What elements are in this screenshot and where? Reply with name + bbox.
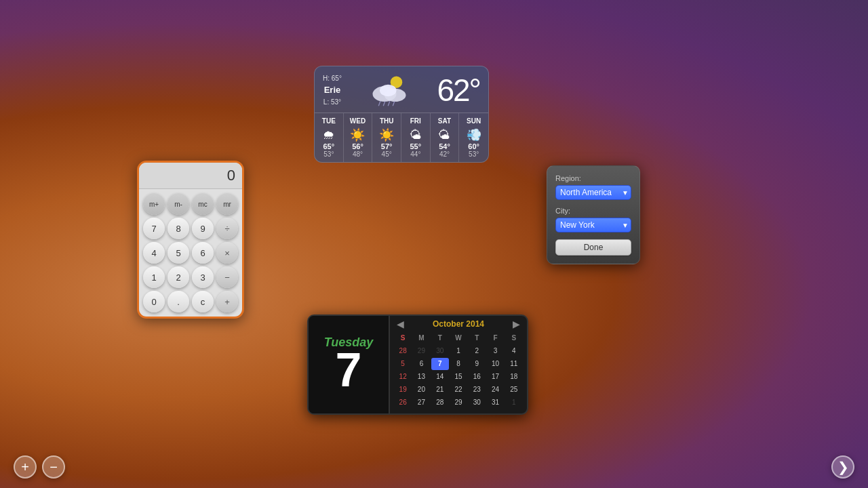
- svg-point-3: [380, 85, 397, 97]
- weather-low: L: 53°: [323, 97, 342, 107]
- weather-high: H: 65°: [323, 73, 342, 83]
- calc-btn-mr[interactable]: mr: [216, 193, 238, 215]
- forecast-day-tue: TUE 🌧 65° 53°: [315, 113, 344, 162]
- cal-cell: 17: [486, 371, 504, 383]
- region-select[interactable]: North America Europe Asia: [555, 185, 631, 200]
- add-widget-button[interactable]: +: [14, 455, 37, 479]
- calc-btn-8[interactable]: 8: [167, 218, 189, 239]
- weather-temperature: 62°: [437, 72, 480, 108]
- calc-btn-5[interactable]: 5: [167, 242, 189, 264]
- cal-header-thu: T: [468, 332, 486, 344]
- calculator-widget: 0 m+ m- mc mr 7 8 9 ÷ 4 5 6 × 1 2 3 − 0 …: [137, 161, 244, 319]
- cal-cell: 11: [505, 358, 523, 370]
- cal-cell: 19: [394, 384, 412, 396]
- calendar-widget: Tuesday 7 ◀ October 2014 ▶ S M T W T F S…: [307, 314, 528, 415]
- calculator-buttons: m+ m- mc mr 7 8 9 ÷ 4 5 6 × 1 2 3 − 0 . …: [139, 189, 242, 317]
- location-picker: Region: North America Europe Asia ▼ City…: [547, 165, 640, 264]
- cal-cell: 28: [431, 396, 449, 409]
- cal-cell: 29: [450, 396, 467, 409]
- calc-btn-1[interactable]: 1: [143, 266, 165, 288]
- cal-cell: 25: [505, 384, 523, 396]
- calculator-display: 0: [139, 163, 242, 189]
- calc-btn-m-plus[interactable]: m+: [143, 193, 165, 215]
- forecast-day-fri: FRI 🌤 55° 44°: [401, 113, 431, 162]
- cal-header-tue: T: [431, 332, 449, 344]
- cal-cell: 31: [486, 396, 504, 409]
- calc-btn-subtract[interactable]: −: [216, 266, 238, 288]
- cal-cell: 27: [412, 396, 430, 409]
- remove-widget-button[interactable]: −: [42, 455, 65, 479]
- cal-cell: 22: [450, 384, 467, 396]
- done-button[interactable]: Done: [555, 239, 631, 256]
- calendar-prev-button[interactable]: ◀: [394, 319, 407, 329]
- calendar-month-label: October 2014: [433, 319, 484, 329]
- cal-cell: 16: [468, 371, 486, 383]
- cal-cell: 23: [468, 384, 486, 396]
- cal-header-wed: W: [450, 332, 467, 344]
- calendar-day-number: 7: [336, 346, 362, 394]
- cal-header-sat: S: [505, 332, 523, 344]
- cal-cell: 1: [505, 396, 523, 409]
- cal-cell: 8: [450, 358, 467, 370]
- weather-forecast: TUE 🌧 65° 53° WED ☀️ 56° 48° THU ☀️ 57° …: [315, 113, 488, 162]
- forecast-day-thu: THU ☀️ 57° 45°: [372, 113, 401, 162]
- cal-cell: 20: [412, 384, 430, 396]
- cal-cell: 15: [450, 371, 467, 383]
- svg-line-6: [388, 101, 390, 106]
- calc-btn-m-minus[interactable]: m-: [167, 193, 189, 215]
- svg-line-4: [378, 101, 380, 106]
- cal-cell: 5: [394, 358, 412, 370]
- cal-cell: 12: [394, 371, 412, 383]
- next-button[interactable]: ❯: [831, 455, 854, 479]
- calendar-next-button[interactable]: ▶: [510, 319, 523, 329]
- svg-line-7: [393, 101, 395, 106]
- cal-cell: 29: [412, 345, 430, 357]
- region-label: Region:: [555, 174, 631, 182]
- cal-cell: 30: [468, 396, 486, 409]
- calc-btn-multiply[interactable]: ×: [216, 242, 238, 264]
- forecast-day-sat: SAT 🌤 54° 42°: [431, 113, 460, 162]
- calendar-days-grid: S M T W T F S 28 29 30 1 2 3 4 5 6 7 8 9…: [394, 332, 523, 409]
- weather-info: H: 65° Erie L: 53°: [323, 73, 342, 107]
- cal-cell: 6: [412, 358, 430, 370]
- calc-btn-0[interactable]: 0: [143, 291, 165, 312]
- cal-header-fri: F: [486, 332, 504, 344]
- calc-btn-7[interactable]: 7: [143, 218, 165, 239]
- cal-cell: 30: [431, 345, 449, 357]
- cal-cell: 28: [394, 345, 412, 357]
- cal-cell: 3: [486, 345, 504, 357]
- calc-btn-6[interactable]: 6: [192, 242, 214, 264]
- calendar-today: Tuesday 7: [309, 316, 390, 413]
- svg-line-5: [383, 101, 385, 106]
- cal-cell: 4: [505, 345, 523, 357]
- calc-btn-decimal[interactable]: .: [167, 291, 189, 312]
- cal-cell: 14: [431, 371, 449, 383]
- calc-btn-2[interactable]: 2: [167, 266, 189, 288]
- forecast-day-sun: SUN 💨 60° 53°: [459, 113, 488, 162]
- city-label: City:: [555, 207, 631, 215]
- cal-cell: 24: [486, 384, 504, 396]
- calc-btn-add[interactable]: +: [216, 291, 238, 312]
- cal-cell: 2: [468, 345, 486, 357]
- city-select[interactable]: New York Los Angeles Chicago: [555, 218, 631, 232]
- calc-btn-3[interactable]: 3: [192, 266, 214, 288]
- cal-cell: 18: [505, 371, 523, 383]
- cal-cell-today: 7: [431, 358, 449, 370]
- calendar-grid: ◀ October 2014 ▶ S M T W T F S 28 29 30 …: [390, 316, 527, 413]
- cal-cell: 26: [394, 396, 412, 409]
- cal-cell: 10: [486, 358, 504, 370]
- calc-btn-mc[interactable]: mc: [192, 193, 214, 215]
- calc-btn-9[interactable]: 9: [192, 218, 214, 239]
- calc-btn-4[interactable]: 4: [143, 242, 165, 264]
- cal-cell: 9: [468, 358, 486, 370]
- cal-header-sun: S: [394, 332, 412, 344]
- calc-btn-clear[interactable]: c: [192, 291, 214, 312]
- cal-cell: 21: [431, 384, 449, 396]
- weather-city: Erie: [323, 83, 342, 97]
- calc-btn-divide[interactable]: ÷: [216, 218, 238, 239]
- forecast-day-wed: WED ☀️ 56° 48°: [344, 113, 373, 162]
- region-select-wrapper: North America Europe Asia ▼: [555, 185, 631, 200]
- city-select-wrapper: New York Los Angeles Chicago ▼: [555, 218, 631, 232]
- weather-icon: [347, 73, 432, 107]
- calendar-header: ◀ October 2014 ▶: [394, 319, 523, 329]
